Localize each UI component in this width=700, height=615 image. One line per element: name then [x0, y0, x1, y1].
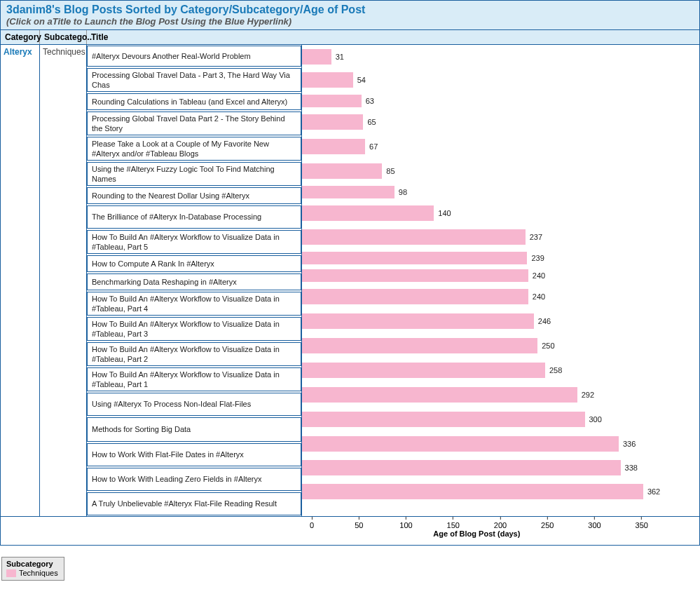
- bar-row: 246: [302, 309, 699, 333]
- bar[interactable]: [302, 338, 537, 353]
- title-link[interactable]: Rounding Calculations in Tableau (and Ex…: [87, 93, 301, 110]
- bar[interactable]: [302, 163, 382, 179]
- bar-value-label: 338: [625, 464, 638, 472]
- bar-value-label: 63: [366, 97, 374, 105]
- bar[interactable]: [302, 229, 526, 245]
- column-headers: Category Subcatego.. Title: [1, 30, 699, 45]
- axis-tick: 100: [399, 517, 412, 529]
- x-axis: Age of Blog Post (days) 0501001502002503…: [302, 517, 699, 545]
- bar-value-label: 240: [533, 292, 545, 301]
- bar-value-label: 300: [589, 415, 602, 424]
- bar-value-label: 362: [647, 487, 660, 496]
- legend-item-label: Techniques: [19, 569, 58, 577]
- bar-value-label: 31: [336, 53, 344, 61]
- title-link[interactable]: Benchmarking Data Reshaping in #Alteryx: [87, 273, 301, 290]
- title-link[interactable]: How To Build An #Alteryx Workflow to Vis…: [87, 342, 301, 366]
- legend-title: Subcategory: [6, 560, 58, 568]
- bar-row: 240: [302, 285, 699, 309]
- title-link[interactable]: Methods for Sorting Big Data: [87, 417, 301, 442]
- bar[interactable]: [302, 289, 528, 304]
- axis-tick: 350: [636, 517, 648, 529]
- bar[interactable]: [302, 484, 643, 499]
- axis-tick: 300: [588, 517, 601, 529]
- bar[interactable]: [302, 72, 353, 88]
- title-link[interactable]: Please Take a Look at a Couple of My Fav…: [87, 137, 301, 161]
- axis-tick: 50: [355, 517, 363, 529]
- bar-row: 65: [302, 110, 699, 134]
- title-link[interactable]: The Brilliance of #Alteryx In-Database P…: [87, 205, 301, 229]
- title-link[interactable]: Processing Global Travel Data Part 2 - T…: [87, 111, 301, 135]
- bar-row: 239: [302, 250, 699, 266]
- bar-row: 63: [302, 93, 699, 109]
- chart-plot-area: 3154636567859814023723924024024625025829…: [302, 46, 699, 516]
- title-link[interactable]: Using #Alteryx To Process Non-Ideal Flat…: [87, 393, 301, 416]
- titles-column: #Alteryx Devours Another Real-World Prob…: [87, 45, 302, 516]
- bar[interactable]: [302, 49, 331, 65]
- bar[interactable]: [302, 412, 585, 427]
- page-subtitle: (Click on aTitle to Launch the Blog Post…: [6, 16, 694, 27]
- bar-row: 98: [302, 184, 699, 201]
- x-axis-row: Age of Blog Post (days) 0501001502002503…: [1, 516, 699, 545]
- subcategory-cell[interactable]: Techniques: [40, 45, 87, 516]
- chart-column: 3154636567859814023723924024024625025829…: [302, 45, 699, 516]
- bar[interactable]: [302, 436, 619, 452]
- title-link[interactable]: Processing Global Travel Data - Part 3, …: [87, 68, 301, 92]
- bar-value-label: 250: [542, 342, 554, 350]
- title-link[interactable]: How to Compute A Rank In #Alteryx: [87, 255, 301, 272]
- bar-value-label: 239: [531, 254, 544, 262]
- bar-row: 362: [302, 480, 699, 503]
- bar[interactable]: [302, 95, 362, 107]
- title-link[interactable]: How To Build An #Alteryx Workflow to Vis…: [87, 367, 301, 391]
- bar-value-label: 237: [530, 233, 542, 241]
- bar[interactable]: [302, 460, 621, 475]
- bar[interactable]: [302, 313, 534, 329]
- bar-value-label: 336: [623, 440, 636, 448]
- category-cell[interactable]: Alteryx: [1, 45, 40, 516]
- bar-value-label: 140: [438, 209, 451, 217]
- bar-row: 237: [302, 225, 699, 249]
- col-header-subcategory[interactable]: Subcatego..: [40, 30, 87, 44]
- bar-row: 338: [302, 456, 699, 479]
- title-link[interactable]: Using the #Alteryx Fuzzy Logic Tool To F…: [87, 162, 301, 186]
- bar-value-label: 54: [357, 76, 366, 84]
- title-link[interactable]: Rounding to the Nearest Dollar Using #Al…: [87, 187, 301, 204]
- bar[interactable]: [302, 114, 363, 130]
- bar-row: 140: [302, 201, 699, 224]
- title-link[interactable]: How To Build An #Alteryx Workflow to Vis…: [87, 292, 301, 316]
- bar[interactable]: [302, 363, 545, 378]
- bar-row: 336: [302, 432, 699, 455]
- header-box: 3danim8's Blog Posts Sorted by Category/…: [1, 1, 699, 30]
- title-link[interactable]: A Truly Unbelievable #Alteryx Flat-File …: [87, 492, 301, 515]
- bar[interactable]: [302, 205, 434, 221]
- bar[interactable]: [302, 269, 528, 282]
- bar[interactable]: [302, 387, 577, 403]
- bar[interactable]: [302, 186, 394, 198]
- bar-value-label: 258: [549, 366, 562, 374]
- title-link[interactable]: How To Build An #Alteryx Workflow to Vis…: [87, 317, 301, 341]
- bar-row: 250: [302, 334, 699, 358]
- title-link[interactable]: How To Build An #Alteryx Workflow to Vis…: [87, 230, 301, 254]
- bar-row: 240: [302, 267, 699, 284]
- col-header-category[interactable]: Category: [1, 30, 40, 44]
- title-link[interactable]: How to Work With Leading Zero Fields in …: [87, 468, 301, 491]
- viz-container: 3danim8's Blog Posts Sorted by Category/…: [0, 0, 700, 546]
- col-header-title[interactable]: Title: [87, 30, 699, 44]
- bar-value-label: 98: [399, 188, 407, 196]
- bar-row: 67: [302, 135, 699, 158]
- bar-row: 292: [302, 383, 699, 406]
- body-row: Alteryx Techniques #Alteryx Devours Anot…: [1, 45, 699, 516]
- axis-tick: 150: [447, 517, 460, 529]
- title-link[interactable]: How to Work With Flat-File Dates in #Alt…: [87, 443, 301, 466]
- title-link[interactable]: #Alteryx Devours Another Real-World Prob…: [87, 46, 301, 67]
- bar-row: 31: [302, 46, 699, 67]
- x-axis-label: Age of Blog Post (days): [406, 529, 547, 538]
- legend-item[interactable]: Techniques: [6, 569, 58, 577]
- axis-tick: 250: [541, 517, 554, 529]
- bar-row: 300: [302, 407, 699, 431]
- bar-row: 85: [302, 159, 699, 183]
- axis-tick: 0: [310, 517, 314, 529]
- page-title: 3danim8's Blog Posts Sorted by Category/…: [6, 4, 694, 16]
- bar[interactable]: [302, 252, 527, 264]
- bar-value-label: 292: [582, 391, 594, 399]
- bar[interactable]: [302, 139, 365, 154]
